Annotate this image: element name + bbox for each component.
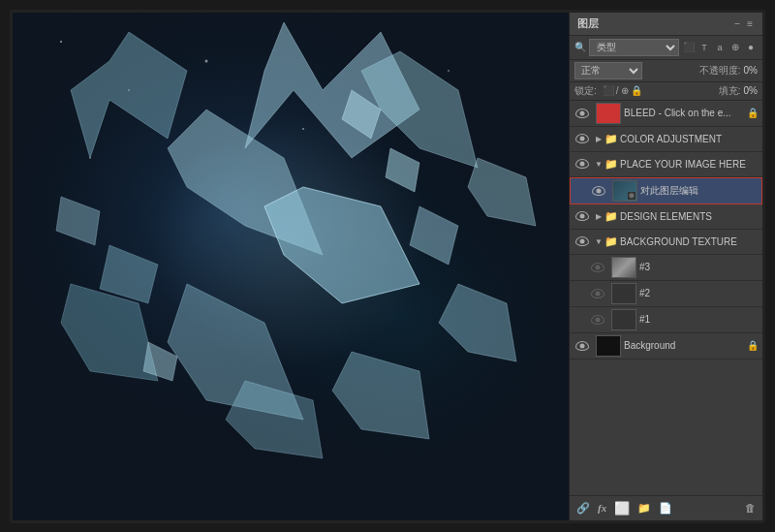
- layer-item-2[interactable]: #2: [570, 281, 762, 307]
- opacity-label: 不透明度:: [699, 64, 741, 78]
- lock-transparency-icon[interactable]: ⬛: [603, 85, 614, 96]
- eye-icon-background: [575, 341, 589, 351]
- new-group-btn[interactable]: 📁: [636, 500, 653, 516]
- layer-lock-background: 🔒: [747, 340, 759, 351]
- search-icon: 🔍: [574, 42, 586, 52]
- filter-vector-icon[interactable]: a: [713, 41, 727, 54]
- eye-icon-3: [591, 263, 604, 272]
- layer-item-background[interactable]: Background 🔒: [570, 333, 762, 360]
- layer-thumb-1: [611, 309, 636, 330]
- layer-name-color-adj: COLOR ADJUSTMENT: [620, 134, 759, 144]
- svg-rect-23: [13, 13, 569, 520]
- layer-thumb-smart-obj: ⊕: [612, 180, 637, 202]
- layer-item-3[interactable]: #3: [570, 255, 762, 281]
- eye-icon-bleed: [575, 109, 589, 118]
- canvas-image: [13, 13, 569, 520]
- filter-icons: ⬛ T a ⊕ ●: [682, 41, 758, 54]
- folder-icon-color-adj: 📁: [604, 133, 618, 145]
- layer-thumb-2: [611, 283, 636, 304]
- panel-header: 图层 − ≡: [570, 13, 762, 36]
- folder-icon-place-image: 📁: [604, 158, 618, 171]
- eye-icon-smart-obj: [592, 186, 605, 196]
- filter-pixel-icon[interactable]: ⬛: [682, 41, 696, 54]
- layer-item-bg-texture[interactable]: ▼ 📁 BACKGROUND TEXTURE: [570, 230, 762, 255]
- lock-position-icon[interactable]: ⊕: [621, 85, 629, 96]
- layer-lock-bleed: 🔒: [747, 108, 759, 118]
- canvas-area[interactable]: [13, 13, 569, 520]
- fill-value: 0%: [744, 85, 758, 96]
- layer-name-1: #1: [639, 314, 759, 325]
- main-window: 图层 − ≡ 🔍 类型 ⬛ T a ⊕ ●: [10, 10, 765, 523]
- lock-all-icon[interactable]: 🔒: [631, 85, 642, 96]
- layers-panel: 图层 − ≡ 🔍 类型 ⬛ T a ⊕ ●: [569, 13, 762, 520]
- filter-smart-icon[interactable]: ⊕: [728, 41, 742, 54]
- layer-name-bleed: BLEED - Click on the e...: [624, 108, 745, 118]
- layer-expand-design-elements[interactable]: ▶: [593, 210, 604, 222]
- layer-expand-bg-texture[interactable]: ▼: [593, 235, 604, 247]
- blend-mode-select[interactable]: 正常: [574, 62, 642, 79]
- lock-label: 锁定:: [574, 84, 597, 98]
- search-row: 🔍 类型 ⬛ T a ⊕ ●: [570, 36, 762, 60]
- layer-visibility-bleed[interactable]: [574, 105, 591, 122]
- delete-layer-btn[interactable]: 🗑: [743, 500, 758, 516]
- layer-item-place-image[interactable]: ▼ 📁 PLACE YOUR IMAGE HERE: [570, 152, 762, 177]
- lock-row: 锁定: ⬛ / ⊕ 🔒 填充: 0%: [570, 82, 762, 101]
- opacity-value: 0%: [744, 65, 758, 76]
- layer-thumb-background: [596, 335, 621, 357]
- layer-expand-color-adj[interactable]: ▶: [593, 133, 604, 144]
- folder-icon-design-elements: 📁: [604, 210, 618, 223]
- eye-icon-color-adj: [575, 134, 589, 143]
- layer-name-background: Background: [624, 340, 745, 351]
- layer-visibility-smart-obj[interactable]: [590, 182, 607, 200]
- lock-icons: ⬛ / ⊕ 🔒: [603, 85, 642, 96]
- layer-type-filter[interactable]: 类型: [589, 39, 679, 56]
- layer-visibility-color-adj[interactable]: [574, 130, 591, 147]
- layer-visibility-3[interactable]: [589, 259, 606, 276]
- layer-name-bg-texture: BACKGROUND TEXTURE: [620, 236, 759, 247]
- layer-name-3: #3: [639, 262, 759, 272]
- layer-name-design-elements: DESIGN ELEMENTS: [620, 211, 759, 222]
- layer-visibility-bg-texture[interactable]: [574, 233, 591, 250]
- bottom-toolbar: 🔗 fx ⬜ 📁 📄 🗑: [570, 495, 762, 520]
- layer-item-design-elements[interactable]: ▶ 📁 DESIGN ELEMENTS: [570, 204, 762, 230]
- layer-thumb-bleed: [596, 103, 621, 124]
- blend-mode-row: 正常 不透明度: 0%: [570, 60, 762, 82]
- layer-thumb-3: [611, 257, 636, 278]
- layer-expand-place-image[interactable]: ▼: [593, 158, 604, 170]
- add-mask-btn[interactable]: ⬜: [612, 499, 632, 517]
- eye-icon-place-image: [575, 159, 589, 169]
- layer-item-smart-obj[interactable]: ⊕ 对此图层编辑: [570, 177, 762, 204]
- layer-visibility-design-elements[interactable]: [574, 207, 591, 225]
- layer-name-place-image: PLACE YOUR IMAGE HERE: [620, 159, 759, 170]
- lock-paint-icon[interactable]: /: [616, 85, 619, 96]
- layer-item-bleed[interactable]: BLEED - Click on the e... 🔒: [570, 101, 762, 127]
- eye-icon-bg-texture: [575, 236, 589, 246]
- link-layers-btn[interactable]: 🔗: [574, 500, 592, 516]
- panel-minimize-btn[interactable]: −: [732, 17, 742, 30]
- layer-visibility-1[interactable]: [589, 311, 606, 329]
- folder-icon-bg-texture: 📁: [604, 235, 618, 248]
- panel-title: 图层: [577, 16, 599, 31]
- eye-icon-design-elements: [575, 211, 589, 221]
- layer-visibility-2[interactable]: [589, 285, 606, 302]
- layer-name-smart-obj: 对此图层编辑: [640, 184, 758, 198]
- filter-toggle[interactable]: ●: [744, 41, 758, 54]
- layer-item-color-adj[interactable]: ▶ 📁 COLOR ADJUSTMENT: [570, 127, 762, 152]
- panel-menu-btn[interactable]: ≡: [745, 17, 755, 30]
- layers-list: BLEED - Click on the e... 🔒 ▶ 📁 COLOR AD…: [570, 101, 762, 495]
- layer-visibility-background[interactable]: [574, 337, 591, 355]
- eye-icon-2: [591, 289, 604, 298]
- layer-visibility-place-image[interactable]: [574, 155, 591, 172]
- layer-name-2: #2: [639, 288, 759, 298]
- fill-label: 填充:: [719, 84, 741, 98]
- panel-header-icons: − ≡: [732, 17, 755, 30]
- new-layer-btn[interactable]: 📄: [657, 500, 674, 516]
- eye-icon-1: [591, 315, 604, 325]
- layer-item-1[interactable]: #1: [570, 307, 762, 333]
- filter-text-icon[interactable]: T: [698, 41, 711, 54]
- fx-btn[interactable]: fx: [596, 500, 608, 516]
